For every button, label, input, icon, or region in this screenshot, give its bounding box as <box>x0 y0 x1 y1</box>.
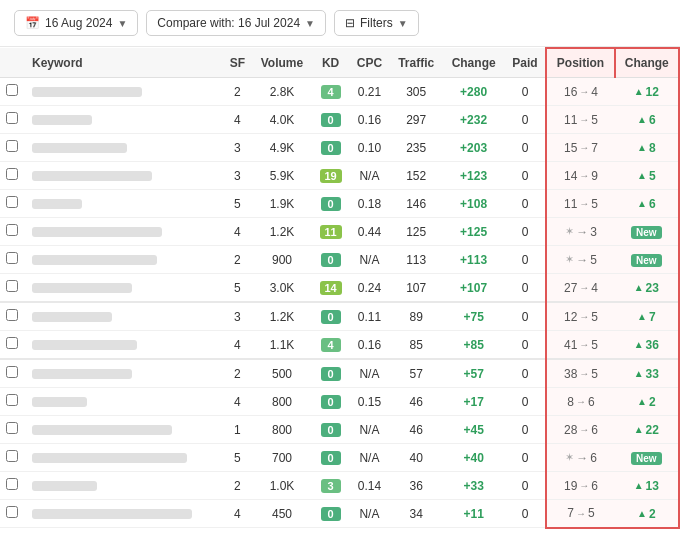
arrow-up-icon: ▲ <box>634 480 644 491</box>
row-checkbox[interactable] <box>6 252 18 264</box>
date-chevron-icon: ▼ <box>117 18 127 29</box>
row-checkbox[interactable] <box>6 337 18 349</box>
keyword-text <box>32 143 127 153</box>
pos-to: 4 <box>591 85 598 99</box>
pos-to: 5 <box>591 310 598 324</box>
pos-from: 28 <box>564 423 577 437</box>
kd-cell: 0 <box>312 500 349 528</box>
col-change: Change <box>443 48 505 78</box>
row-checkbox[interactable] <box>6 394 18 406</box>
pos-change-number: 6 <box>649 113 656 127</box>
row-checkbox[interactable] <box>6 422 18 434</box>
position-display: ✶→5 <box>552 253 609 267</box>
pos-to: 5 <box>591 338 598 352</box>
traffic-cell: 36 <box>390 472 443 500</box>
keyword-text <box>32 199 82 209</box>
keyword-text <box>32 171 152 181</box>
pos-from: 16 <box>564 85 577 99</box>
volume-cell: 4.9K <box>252 134 312 162</box>
paid-cell: 0 <box>505 302 547 331</box>
position-cell: 15→7 <box>546 134 614 162</box>
pos-change-cell: ▲8 <box>615 134 679 162</box>
position-cell: 7→5 <box>546 500 614 528</box>
row-checkbox-cell <box>0 218 24 246</box>
kd-cell: 0 <box>312 444 349 472</box>
sf-cell: 4 <box>223 500 252 528</box>
kd-cell: 0 <box>312 359 349 388</box>
col-position: Position <box>546 48 614 78</box>
pos-change-number: 6 <box>649 197 656 211</box>
keyword-cell <box>24 78 223 106</box>
sf-cell: 3 <box>223 134 252 162</box>
position-display: 8→6 <box>552 395 609 409</box>
row-checkbox[interactable] <box>6 450 18 462</box>
keyword-cell <box>24 302 223 331</box>
row-checkbox[interactable] <box>6 140 18 152</box>
volume-cell: 1.2K <box>252 218 312 246</box>
table-row: 25000N/A57+57038→5▲33 <box>0 359 679 388</box>
keyword-cell <box>24 246 223 274</box>
table-row: 29000N/A113+1130✶→5New <box>0 246 679 274</box>
position-cell: 19→6 <box>546 472 614 500</box>
pos-change-number: 5 <box>649 169 656 183</box>
kd-badge: 0 <box>321 367 341 381</box>
pos-arrow-icon: → <box>579 480 589 491</box>
volume-cell: 1.9K <box>252 190 312 218</box>
row-checkbox[interactable] <box>6 506 18 518</box>
keyword-cell <box>24 416 223 444</box>
pos-from: 12 <box>564 310 577 324</box>
calendar-icon: 📅 <box>25 16 40 30</box>
row-checkbox[interactable] <box>6 478 18 490</box>
position-cell: 11→5 <box>546 190 614 218</box>
row-checkbox[interactable] <box>6 84 18 96</box>
position-cell: ✶→5 <box>546 246 614 274</box>
table-row: 41.1K40.1685+85041→5▲36 <box>0 331 679 360</box>
cpc-cell: 0.16 <box>349 331 390 360</box>
paid-cell: 0 <box>505 359 547 388</box>
pos-to: 3 <box>590 225 597 239</box>
volume-cell: 1.0K <box>252 472 312 500</box>
position-display: 14→9 <box>552 169 609 183</box>
compare-button[interactable]: Compare with: 16 Jul 2024 ▼ <box>146 10 326 36</box>
row-checkbox[interactable] <box>6 366 18 378</box>
date-picker-button[interactable]: 📅 16 Aug 2024 ▼ <box>14 10 138 36</box>
pos-to: 6 <box>591 479 598 493</box>
pos-change-number: 12 <box>646 85 659 99</box>
position-display: 28→6 <box>552 423 609 437</box>
cpc-cell: 0.11 <box>349 302 390 331</box>
arrow-up-icon: ▲ <box>634 339 644 350</box>
row-checkbox[interactable] <box>6 168 18 180</box>
row-checkbox[interactable] <box>6 309 18 321</box>
pos-change-value: ▲36 <box>634 338 659 352</box>
keyword-cell <box>24 106 223 134</box>
filters-button[interactable]: ⊟ Filters ▼ <box>334 10 419 36</box>
paid-cell: 0 <box>505 331 547 360</box>
table-row: 53.0K140.24107+107027→4▲23 <box>0 274 679 303</box>
row-checkbox[interactable] <box>6 224 18 236</box>
pos-change-cell: New <box>615 246 679 274</box>
paid-cell: 0 <box>505 190 547 218</box>
pos-to: 6 <box>590 451 597 465</box>
pos-from: 14 <box>564 169 577 183</box>
pos-to: 5 <box>591 197 598 211</box>
pos-change-cell: ▲23 <box>615 274 679 303</box>
paid-cell: 0 <box>505 246 547 274</box>
keyword-text <box>32 283 132 293</box>
sf-cell: 2 <box>223 359 252 388</box>
sf-cell: 3 <box>223 302 252 331</box>
filters-chevron-icon: ▼ <box>398 18 408 29</box>
position-display: 15→7 <box>552 141 609 155</box>
row-checkbox[interactable] <box>6 280 18 292</box>
row-checkbox[interactable] <box>6 112 18 124</box>
row-checkbox[interactable] <box>6 196 18 208</box>
volume-cell: 2.8K <box>252 78 312 106</box>
pos-from: 7 <box>567 506 574 520</box>
volume-cell: 800 <box>252 388 312 416</box>
row-checkbox-cell <box>0 106 24 134</box>
arrow-up-icon: ▲ <box>637 170 647 181</box>
paid-cell: 0 <box>505 416 547 444</box>
pos-arrow-icon: → <box>576 508 586 519</box>
position-cell: 8→6 <box>546 388 614 416</box>
filters-label: Filters <box>360 16 393 30</box>
arrow-up-icon: ▲ <box>634 424 644 435</box>
